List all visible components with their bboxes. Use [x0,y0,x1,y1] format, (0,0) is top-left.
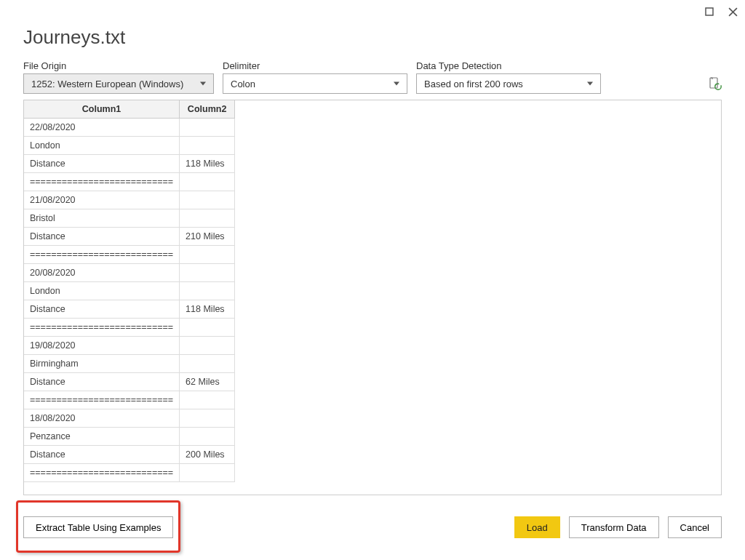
transform-data-button[interactable]: Transform Data [569,516,659,538]
cell: Penzance [24,428,180,446]
cell [180,209,235,228]
cell: 210 Miles [180,228,235,246]
table-row[interactable]: Distance210 Miles [24,228,235,246]
file-origin-value: 1252: Western European (Windows) [31,79,183,89]
extract-table-button[interactable]: Extract Table Using Examples [23,516,173,538]
delimiter-label: Delimiter [223,60,407,71]
cell [180,409,235,428]
table-row[interactable]: London [24,137,235,155]
cell: Bristol [24,209,180,228]
delimiter-value: Colon [231,79,255,89]
cell [180,173,235,191]
datatype-label: Data Type Detection [416,60,601,71]
table-row[interactable]: Distance62 Miles [24,373,235,391]
table-row[interactable]: 22/08/2020 [24,119,235,137]
cell [180,119,235,137]
cell: =========================== [24,319,180,337]
cell: 62 Miles [180,373,235,391]
table-row[interactable]: London [24,282,235,300]
table-row[interactable]: =========================== [24,464,235,482]
table-row[interactable]: Distance200 Miles [24,446,235,464]
cell: =========================== [24,246,180,264]
cell [180,391,235,409]
cell [180,337,235,355]
cell [180,137,235,155]
svg-rect-0 [706,8,713,15]
cell: 19/08/2020 [24,337,180,355]
table-row[interactable]: Bristol [24,209,235,228]
cell [180,282,235,300]
cancel-button[interactable]: Cancel [668,516,722,538]
cell: 118 Miles [180,300,235,319]
table-row[interactable]: 21/08/2020 [24,191,235,209]
cell: Distance [24,228,180,246]
cell: =========================== [24,464,180,482]
cell [180,464,235,482]
cell [180,264,235,282]
table-row[interactable]: Distance118 Miles [24,300,235,319]
preview-pane: Column1 Column2 22/08/2020LondonDistance… [23,100,722,495]
table-row[interactable]: 18/08/2020 [24,409,235,428]
cell [180,428,235,446]
load-button[interactable]: Load [514,516,560,538]
table-row[interactable]: =========================== [24,173,235,191]
file-origin-label: File Origin [23,60,214,71]
column-header[interactable]: Column2 [180,100,235,119]
table-row[interactable]: 20/08/2020 [24,264,235,282]
datatype-dropdown[interactable]: Based on first 200 rows [416,73,601,94]
cell: London [24,137,180,155]
cell [180,355,235,373]
cell: Distance [24,300,180,319]
cell: Distance [24,373,180,391]
cell: 21/08/2020 [24,191,180,209]
cell: 118 Miles [180,155,235,173]
cell: 20/08/2020 [24,264,180,282]
table-row[interactable]: =========================== [24,391,235,409]
table-row[interactable]: =========================== [24,246,235,264]
cell: 18/08/2020 [24,409,180,428]
table-row[interactable]: Birmingham [24,355,235,373]
close-icon[interactable] [728,7,738,17]
cell: Birmingham [24,355,180,373]
delimiter-dropdown[interactable]: Colon [223,73,407,94]
table-row[interactable]: Distance118 Miles [24,155,235,173]
cell [180,319,235,337]
page-title: Journeys.txt [0,23,745,60]
svg-point-4 [715,84,721,89]
table-row[interactable]: 19/08/2020 [24,337,235,355]
datatype-value: Based on first 200 rows [424,79,523,89]
cell [180,191,235,209]
cell: 22/08/2020 [24,119,180,137]
table-row[interactable]: =========================== [24,319,235,337]
cell: 200 Miles [180,446,235,464]
svg-rect-3 [710,78,717,88]
cell: =========================== [24,391,180,409]
cell: Distance [24,446,180,464]
cell: Distance [24,155,180,173]
cell [180,246,235,264]
column-header[interactable]: Column1 [24,100,180,119]
cell: London [24,282,180,300]
refresh-icon[interactable] [709,77,722,90]
preview-table: Column1 Column2 22/08/2020LondonDistance… [24,100,235,482]
table-row[interactable]: Penzance [24,428,235,446]
maximize-icon[interactable] [704,7,714,17]
cell: =========================== [24,173,180,191]
file-origin-dropdown[interactable]: 1252: Western European (Windows) [23,73,214,94]
